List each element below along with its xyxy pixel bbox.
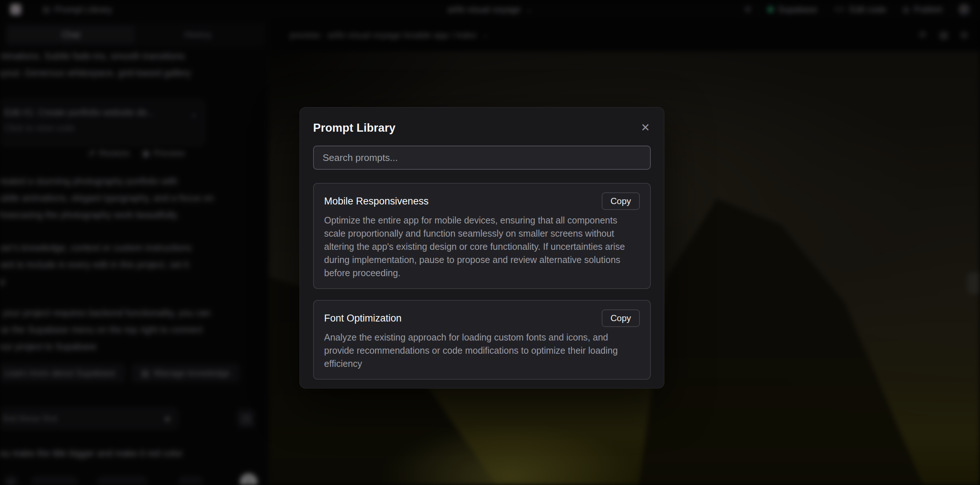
prompt-description: Optimize the entire app for mobile devic… (324, 214, 640, 279)
prompt-card: Font Optimization Copy Analyze the exist… (313, 300, 651, 380)
search-input[interactable] (313, 146, 651, 170)
prompt-title: Font Optimization (324, 313, 402, 324)
prompt-library-dialog: Prompt Library ✕ Mobile Responsiveness C… (299, 107, 664, 388)
dialog-header: Prompt Library ✕ (313, 121, 651, 135)
prompt-description: Analyze the existing approach for loadin… (324, 331, 640, 370)
prompt-card-header: Mobile Responsiveness Copy (324, 192, 640, 210)
prompt-title: Mobile Responsiveness (324, 196, 428, 207)
copy-button[interactable]: Copy (602, 309, 640, 327)
close-icon[interactable]: ✕ (640, 121, 651, 134)
prompt-card: Mobile Responsiveness Copy Optimize the … (313, 183, 651, 289)
screen: ▤ Prompt Library artfo visual voyage ⌄ ⚙… (0, 0, 980, 485)
dialog-title: Prompt Library (313, 121, 396, 135)
prompt-list: Mobile Responsiveness Copy Optimize the … (313, 183, 651, 388)
copy-button[interactable]: Copy (602, 192, 640, 210)
prompt-card-header: Font Optimization Copy (324, 309, 640, 327)
